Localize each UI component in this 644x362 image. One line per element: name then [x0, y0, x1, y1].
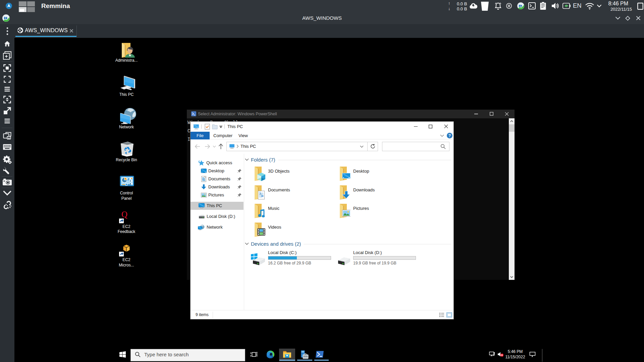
- svg-text:?: ?: [448, 133, 451, 138]
- svg-text:A: A: [259, 192, 262, 195]
